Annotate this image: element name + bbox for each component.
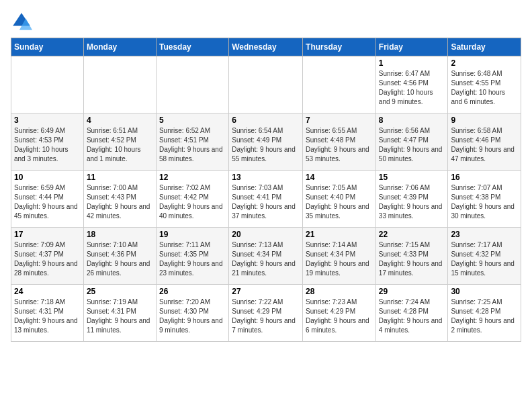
day-info: Sunrise: 6:56 AM Sunset: 4:47 PM Dayligh… (379, 126, 445, 164)
calendar-cell: 2Sunrise: 6:48 AM Sunset: 4:55 PM Daylig… (448, 56, 521, 113)
day-number: 28 (306, 287, 373, 296)
calendar-cell: 1Sunrise: 6:47 AM Sunset: 4:56 PM Daylig… (375, 56, 448, 113)
day-info: Sunrise: 7:25 AM Sunset: 4:28 PM Dayligh… (451, 298, 518, 335)
calendar-cell: 16Sunrise: 7:07 AM Sunset: 4:38 PM Dayli… (448, 171, 521, 228)
day-number: 8 (379, 116, 445, 125)
day-info: Sunrise: 7:20 AM Sunset: 4:30 PM Dayligh… (159, 298, 226, 335)
calendar-cell (11, 56, 84, 113)
page-header (11, 11, 521, 32)
day-info: Sunrise: 7:23 AM Sunset: 4:29 PM Dayligh… (306, 298, 373, 335)
day-info: Sunrise: 7:09 AM Sunset: 4:37 PM Dayligh… (14, 240, 81, 278)
day-info: Sunrise: 7:00 AM Sunset: 4:43 PM Dayligh… (87, 183, 153, 221)
calendar-cell: 17Sunrise: 7:09 AM Sunset: 4:37 PM Dayli… (11, 228, 84, 285)
day-info: Sunrise: 7:10 AM Sunset: 4:36 PM Dayligh… (87, 240, 153, 278)
day-number: 9 (451, 116, 518, 125)
day-number: 14 (306, 173, 373, 182)
calendar-cell: 20Sunrise: 7:13 AM Sunset: 4:34 PM Dayli… (229, 228, 303, 285)
calendar-cell: 28Sunrise: 7:23 AM Sunset: 4:29 PM Dayli… (303, 285, 376, 342)
day-number: 15 (379, 173, 445, 182)
calendar-cell: 13Sunrise: 7:03 AM Sunset: 4:41 PM Dayli… (229, 171, 303, 228)
calendar-cell: 24Sunrise: 7:18 AM Sunset: 4:31 PM Dayli… (11, 285, 84, 342)
day-info: Sunrise: 7:07 AM Sunset: 4:38 PM Dayligh… (451, 183, 518, 221)
calendar-cell: 11Sunrise: 7:00 AM Sunset: 4:43 PM Dayli… (83, 171, 156, 228)
day-number: 22 (379, 230, 445, 239)
weekday-header-saturday: Saturday (448, 38, 521, 56)
calendar-cell: 26Sunrise: 7:20 AM Sunset: 4:30 PM Dayli… (156, 285, 228, 342)
calendar-cell: 9Sunrise: 6:58 AM Sunset: 4:46 PM Daylig… (448, 113, 521, 171)
calendar-cell (303, 56, 376, 113)
week-row-3: 10Sunrise: 6:59 AM Sunset: 4:44 PM Dayli… (11, 171, 521, 228)
day-number: 21 (306, 230, 373, 239)
day-info: Sunrise: 6:47 AM Sunset: 4:56 PM Dayligh… (379, 69, 445, 107)
day-number: 17 (14, 230, 81, 239)
weekday-header-tuesday: Tuesday (156, 38, 228, 56)
day-info: Sunrise: 7:03 AM Sunset: 4:41 PM Dayligh… (232, 183, 300, 221)
day-number: 30 (451, 287, 518, 296)
weekday-header-thursday: Thursday (303, 38, 376, 56)
day-number: 29 (379, 287, 445, 296)
day-info: Sunrise: 6:49 AM Sunset: 4:53 PM Dayligh… (14, 126, 81, 164)
day-number: 26 (159, 287, 226, 296)
weekday-header-sunday: Sunday (11, 38, 84, 56)
day-number: 16 (451, 173, 518, 182)
day-info: Sunrise: 7:14 AM Sunset: 4:34 PM Dayligh… (306, 240, 373, 278)
day-number: 6 (232, 116, 300, 125)
day-info: Sunrise: 7:17 AM Sunset: 4:32 PM Dayligh… (451, 240, 518, 278)
weekday-header-friday: Friday (375, 38, 448, 56)
calendar-cell: 19Sunrise: 7:11 AM Sunset: 4:35 PM Dayli… (156, 228, 228, 285)
weekday-header-monday: Monday (83, 38, 156, 56)
week-row-5: 24Sunrise: 7:18 AM Sunset: 4:31 PM Dayli… (11, 285, 521, 342)
calendar-cell: 18Sunrise: 7:10 AM Sunset: 4:36 PM Dayli… (83, 228, 156, 285)
calendar-cell (156, 56, 228, 113)
calendar-cell: 12Sunrise: 7:02 AM Sunset: 4:42 PM Dayli… (156, 171, 228, 228)
calendar-cell: 15Sunrise: 7:06 AM Sunset: 4:39 PM Dayli… (375, 171, 448, 228)
logo-icon (11, 11, 32, 32)
day-number: 24 (14, 287, 81, 296)
day-number: 7 (306, 116, 373, 125)
day-info: Sunrise: 7:19 AM Sunset: 4:31 PM Dayligh… (87, 298, 153, 335)
day-info: Sunrise: 7:22 AM Sunset: 4:29 PM Dayligh… (232, 298, 300, 335)
calendar-cell: 22Sunrise: 7:15 AM Sunset: 4:33 PM Dayli… (375, 228, 448, 285)
calendar-cell: 27Sunrise: 7:22 AM Sunset: 4:29 PM Dayli… (229, 285, 303, 342)
day-number: 10 (14, 173, 81, 182)
day-number: 27 (232, 287, 300, 296)
day-number: 19 (159, 230, 226, 239)
calendar-cell: 14Sunrise: 7:05 AM Sunset: 4:40 PM Dayli… (303, 171, 376, 228)
day-info: Sunrise: 7:18 AM Sunset: 4:31 PM Dayligh… (14, 298, 81, 335)
calendar-cell: 21Sunrise: 7:14 AM Sunset: 4:34 PM Dayli… (303, 228, 376, 285)
calendar-cell (229, 56, 303, 113)
calendar-table: SundayMondayTuesdayWednesdayThursdayFrid… (11, 38, 521, 342)
day-number: 12 (159, 173, 226, 182)
weekday-header-wednesday: Wednesday (229, 38, 303, 56)
day-number: 1 (379, 58, 445, 68)
day-number: 3 (14, 116, 81, 125)
day-number: 25 (87, 287, 153, 296)
calendar-cell: 3Sunrise: 6:49 AM Sunset: 4:53 PM Daylig… (11, 113, 84, 171)
day-info: Sunrise: 7:06 AM Sunset: 4:39 PM Dayligh… (379, 183, 445, 221)
weekday-header-row: SundayMondayTuesdayWednesdayThursdayFrid… (11, 38, 521, 56)
logo (11, 11, 35, 32)
calendar-cell: 23Sunrise: 7:17 AM Sunset: 4:32 PM Dayli… (448, 228, 521, 285)
day-info: Sunrise: 6:54 AM Sunset: 4:49 PM Dayligh… (232, 126, 300, 164)
day-info: Sunrise: 6:48 AM Sunset: 4:55 PM Dayligh… (451, 69, 518, 107)
day-number: 18 (87, 230, 153, 239)
day-number: 4 (87, 116, 153, 125)
week-row-2: 3Sunrise: 6:49 AM Sunset: 4:53 PM Daylig… (11, 113, 521, 171)
week-row-4: 17Sunrise: 7:09 AM Sunset: 4:37 PM Dayli… (11, 228, 521, 285)
day-info: Sunrise: 6:55 AM Sunset: 4:48 PM Dayligh… (306, 126, 373, 164)
week-row-1: 1Sunrise: 6:47 AM Sunset: 4:56 PM Daylig… (11, 56, 521, 113)
day-info: Sunrise: 7:15 AM Sunset: 4:33 PM Dayligh… (379, 240, 445, 278)
day-number: 2 (451, 58, 518, 68)
day-number: 5 (159, 116, 226, 125)
day-number: 23 (451, 230, 518, 239)
calendar-cell (83, 56, 156, 113)
day-info: Sunrise: 6:58 AM Sunset: 4:46 PM Dayligh… (451, 126, 518, 164)
day-info: Sunrise: 6:52 AM Sunset: 4:51 PM Dayligh… (159, 126, 226, 164)
day-number: 20 (232, 230, 300, 239)
calendar-cell: 10Sunrise: 6:59 AM Sunset: 4:44 PM Dayli… (11, 171, 84, 228)
calendar-cell: 25Sunrise: 7:19 AM Sunset: 4:31 PM Dayli… (83, 285, 156, 342)
calendar-cell: 30Sunrise: 7:25 AM Sunset: 4:28 PM Dayli… (448, 285, 521, 342)
day-number: 13 (232, 173, 300, 182)
calendar-cell: 29Sunrise: 7:24 AM Sunset: 4:28 PM Dayli… (375, 285, 448, 342)
day-info: Sunrise: 7:24 AM Sunset: 4:28 PM Dayligh… (379, 298, 445, 335)
